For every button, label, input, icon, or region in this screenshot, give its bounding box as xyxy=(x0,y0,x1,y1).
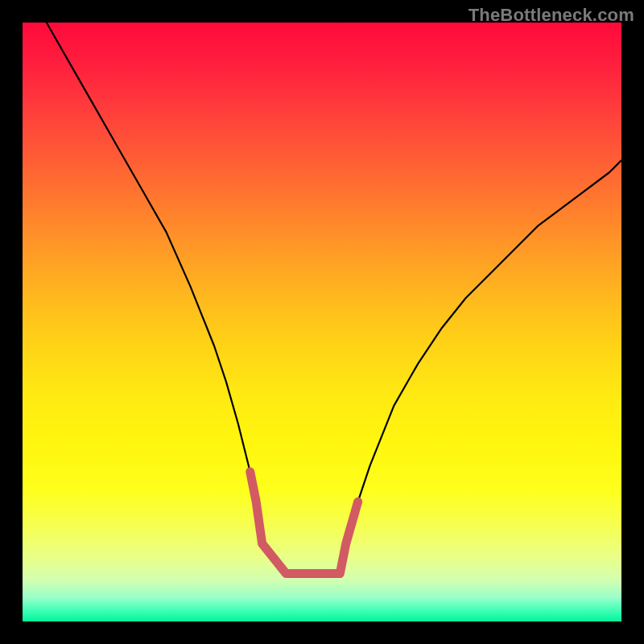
watermark-text: TheBottleneck.com xyxy=(469,5,634,26)
series-group xyxy=(47,23,621,573)
series-bottom-highlight xyxy=(250,472,358,573)
plot-area xyxy=(23,23,621,621)
series-curve xyxy=(47,23,621,573)
chart-svg xyxy=(23,23,621,621)
chart-stage: TheBottleneck.com xyxy=(0,0,644,644)
